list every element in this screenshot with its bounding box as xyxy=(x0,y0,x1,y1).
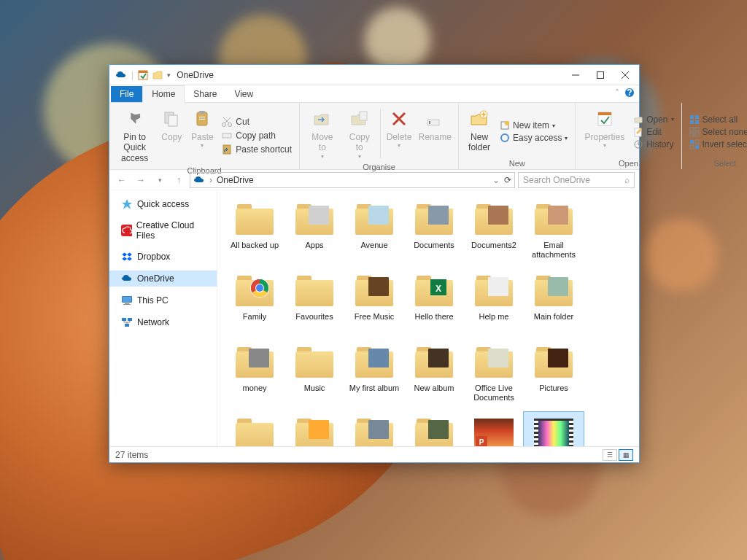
icons-view-button[interactable]: ▦ xyxy=(619,449,633,461)
new-folder-button[interactable]: New folder xyxy=(463,106,495,158)
item-label: Avenue xyxy=(360,241,387,250)
history-button[interactable]: History xyxy=(630,139,676,150)
item-label: Help me xyxy=(479,312,509,322)
tab-view[interactable]: View xyxy=(225,86,262,102)
copy-to-button[interactable]: Copy to▾ xyxy=(342,106,377,161)
folder-item[interactable]: Rubbish xyxy=(285,412,344,446)
folder-item[interactable]: Free Music xyxy=(344,269,404,341)
item-label: Apps xyxy=(305,241,323,250)
titlebar[interactable]: | ▾ OneDrive xyxy=(109,65,639,85)
folder-item[interactable]: Favourites xyxy=(285,269,344,341)
pin-to-quick-access-button[interactable]: Pin to Quick access xyxy=(114,106,155,165)
folder-item[interactable]: Main folder xyxy=(524,269,584,341)
folder-item[interactable]: money xyxy=(225,341,285,412)
select-all-button[interactable]: Select all xyxy=(686,114,747,125)
help-icon[interactable]: ? xyxy=(624,88,635,98)
folder-item[interactable]: Documents2 xyxy=(464,198,524,269)
easy-access-button[interactable]: Easy access ▾ xyxy=(497,132,570,144)
copy-path-button[interactable]: Copy path xyxy=(218,129,295,142)
folder-item[interactable]: My first album xyxy=(344,341,404,412)
onedrive-icon xyxy=(115,69,127,81)
minimize-button[interactable] xyxy=(563,65,588,85)
svg-point-14 xyxy=(222,122,226,126)
properties-button[interactable]: Properties▾ xyxy=(580,106,629,158)
nav-dropbox[interactable]: Dropbox xyxy=(109,249,217,265)
folder-item[interactable]: Music xyxy=(285,341,344,412)
svg-rect-43 xyxy=(690,145,694,149)
group-open-label: Open xyxy=(580,158,676,169)
svg-rect-30 xyxy=(598,112,611,115)
collapse-ribbon-icon[interactable]: ˆ xyxy=(616,88,619,97)
select-none-button[interactable]: Select none xyxy=(686,126,747,138)
qat-properties-icon[interactable] xyxy=(138,70,148,80)
address-bar[interactable]: › OneDrive ⌄ ⟳ xyxy=(190,172,515,188)
rename-button[interactable]: Rename xyxy=(416,106,454,161)
folder-item[interactable]: Sydney trip xyxy=(344,412,404,446)
breadcrumb[interactable]: OneDrive xyxy=(217,175,254,185)
folder-item[interactable]: Family xyxy=(225,269,285,341)
forward-button[interactable]: → xyxy=(133,172,149,188)
item-label: Documents xyxy=(414,241,454,250)
item-label: My first album xyxy=(349,384,399,393)
folder-item[interactable]: Avenue xyxy=(344,198,404,269)
nav-onedrive[interactable]: OneDrive xyxy=(109,271,217,287)
qat-folder-icon[interactable] xyxy=(152,70,163,80)
back-button[interactable]: ← xyxy=(114,172,130,188)
folder-item[interactable]: Public xyxy=(225,412,285,446)
new-item-button[interactable]: New item ▾ xyxy=(497,120,570,131)
svg-point-56 xyxy=(256,284,263,292)
folder-item[interactable]: New album xyxy=(404,341,464,412)
tab-home[interactable]: Home xyxy=(142,85,185,103)
ribbon: Pin to Quick access Copy Paste▾ Cut Copy… xyxy=(109,103,639,170)
tab-share[interactable]: Share xyxy=(185,86,225,102)
nav-quick-access[interactable]: Quick access xyxy=(109,196,217,212)
svg-rect-35 xyxy=(690,120,694,124)
refresh-icon[interactable]: ⟳ xyxy=(504,175,511,185)
folder-item[interactable]: Email attachments xyxy=(524,198,584,269)
folder-item[interactable]: Help me xyxy=(464,269,524,341)
item-label: All backed up xyxy=(231,241,279,250)
svg-line-16 xyxy=(225,117,231,123)
maximize-button[interactable] xyxy=(588,65,613,85)
edit-button[interactable]: Edit xyxy=(630,126,676,138)
file-item[interactable]: PMobile presentation.pptx xyxy=(464,412,524,446)
folder-item[interactable]: Office Live Documents xyxy=(464,341,524,412)
svg-rect-9 xyxy=(169,115,177,126)
file-grid[interactable]: All backed upAppsAvenueDocumentsDocument… xyxy=(217,190,639,446)
search-input[interactable]: Search OneDrive ⌕ xyxy=(518,172,635,188)
nav-creative-cloud[interactable]: Creative Cloud Files xyxy=(109,218,217,243)
folder-item[interactable]: Apps xyxy=(285,198,344,269)
group-new-label: New xyxy=(463,158,570,169)
tab-file[interactable]: File xyxy=(111,86,142,102)
move-to-button[interactable]: Move to▾ xyxy=(304,106,341,161)
svg-rect-36 xyxy=(695,120,699,124)
svg-point-28 xyxy=(501,134,508,141)
folder-item[interactable]: Pictures xyxy=(524,341,584,412)
item-label: Hello there xyxy=(414,312,453,322)
cut-button[interactable]: Cut xyxy=(218,115,295,128)
folder-item[interactable]: Videos xyxy=(404,412,464,446)
close-button[interactable] xyxy=(613,65,638,85)
folder-item[interactable]: All backed up xyxy=(225,198,285,269)
paste-shortcut-button[interactable]: Paste shortcut xyxy=(218,143,295,156)
svg-rect-34 xyxy=(695,115,699,119)
invert-selection-button[interactable]: Invert selection xyxy=(686,139,747,150)
onedrive-icon xyxy=(193,174,205,186)
item-label: Email attachments xyxy=(525,241,582,259)
svg-rect-12 xyxy=(199,117,205,117)
file-item[interactable]: NyanGareth H264 90m FHD.mp4 xyxy=(524,412,584,446)
nav-network[interactable]: Network xyxy=(109,314,217,330)
open-button[interactable]: Open ▾ xyxy=(630,114,676,125)
paste-button[interactable]: Paste▾ xyxy=(187,106,217,165)
address-dropdown-icon[interactable]: ⌄ xyxy=(492,175,500,185)
copy-button[interactable]: Copy xyxy=(157,106,186,165)
delete-button[interactable]: Delete▾ xyxy=(384,106,414,161)
folder-item[interactable]: XHello there xyxy=(404,269,464,341)
nav-this-pc[interactable]: This PC xyxy=(109,292,217,308)
folder-item[interactable]: Documents xyxy=(404,198,464,269)
qat-dropdown-icon[interactable]: ▾ xyxy=(167,71,171,79)
details-view-button[interactable]: ☰ xyxy=(603,449,617,461)
up-button[interactable]: ↑ xyxy=(171,172,187,188)
recent-dropdown[interactable]: ▾ xyxy=(152,172,168,188)
svg-rect-33 xyxy=(690,115,694,119)
